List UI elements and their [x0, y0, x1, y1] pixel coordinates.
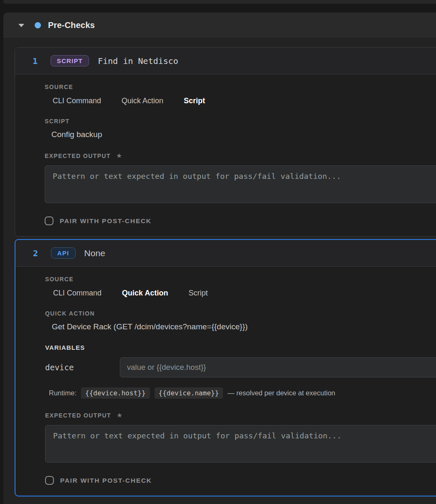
source-option-script[interactable]: Script — [188, 289, 208, 298]
source-label: SOURCE — [45, 276, 436, 283]
source-option-script[interactable]: Script — [184, 97, 205, 105]
check-number: 2 — [33, 248, 40, 258]
check-1-header[interactable]: 1 SCRIPT Find in Netdisco — [15, 48, 436, 74]
expected-output-row: EXPECTED OUTPUT ★ — [45, 152, 436, 160]
source-option-quick-action[interactable]: Quick Action — [122, 97, 163, 105]
runtime-hint-row: Runtime: {{device.host}} {{device.name}}… — [49, 387, 436, 399]
pair-post-check-label: PAIR WITH POST-CHECK — [60, 217, 152, 225]
check-item-1: 1 SCRIPT Find in Netdisco SOURCE CLI Com… — [15, 47, 436, 237]
pre-checks-list: 1 SCRIPT Find in Netdisco SOURCE CLI Com… — [3, 38, 436, 504]
required-star-icon: ★ — [117, 411, 122, 419]
source-option-cli-command[interactable]: CLI Command — [53, 289, 101, 298]
expected-output-textarea[interactable] — [45, 425, 436, 463]
runtime-chip-device-name: {{device.name}} — [155, 387, 223, 399]
pair-post-check-checkbox[interactable] — [45, 476, 54, 485]
check-title: None — [84, 248, 105, 258]
collapse-caret-icon[interactable] — [18, 24, 24, 27]
quick-action-label: QUICK ACTION — [45, 310, 436, 317]
pair-post-check-label: PAIR WITH POST-CHECK — [60, 477, 152, 484]
quick-action-select-value[interactable]: Get Device Rack (GET /dcim/devices?name=… — [52, 322, 436, 331]
pre-checks-header[interactable]: Pre-Checks — [3, 13, 436, 38]
previous-card-edge — [3, 0, 436, 4]
runtime-suffix: — resolved per device at execution — [228, 389, 335, 397]
variable-name: device — [45, 363, 120, 372]
variable-value-input[interactable] — [120, 357, 436, 377]
check-number: 1 — [33, 56, 39, 66]
required-star-icon: ★ — [116, 152, 122, 160]
source-options: CLI Command Quick Action Script — [53, 97, 436, 105]
source-option-cli-command[interactable]: CLI Command — [53, 97, 101, 105]
panel-title: Pre-Checks — [48, 20, 95, 30]
runtime-chip-device-host: {{device.host}} — [81, 387, 150, 399]
variable-row: device — [45, 357, 436, 377]
check-type-badge: API — [51, 247, 76, 259]
runtime-prefix: Runtime: — [49, 389, 76, 397]
check-2-body: SOURCE CLI Command Quick Action Script Q… — [15, 267, 436, 496]
expected-output-row: EXPECTED OUTPUT ★ — [45, 411, 436, 419]
check-title: Find in Netdisco — [98, 56, 178, 66]
section-bullet-icon — [35, 22, 41, 28]
pair-post-check-row: PAIR WITH POST-CHECK — [45, 216, 436, 225]
expected-output-label: EXPECTED OUTPUT — [45, 412, 111, 419]
script-select-value[interactable]: Config backup — [51, 130, 436, 139]
check-1-body: SOURCE CLI Command Quick Action Script S… — [15, 74, 436, 236]
check-item-2: 2 API None SOURCE CLI Command Quick Acti… — [15, 239, 436, 496]
expected-output-label: EXPECTED OUTPUT — [45, 153, 111, 159]
pair-post-check-row: PAIR WITH POST-CHECK — [45, 476, 436, 485]
variables-label: VARIABLES — [45, 344, 436, 351]
expected-output-textarea[interactable] — [45, 165, 436, 203]
source-options: CLI Command Quick Action Script — [53, 289, 436, 298]
pre-checks-panel: Pre-Checks 1 SCRIPT Find in Netdisco SOU… — [3, 13, 436, 504]
script-label: SCRIPT — [45, 118, 436, 125]
source-label: SOURCE — [45, 84, 436, 90]
check-2-header[interactable]: 2 API None — [15, 240, 436, 267]
pair-post-check-checkbox[interactable] — [45, 216, 53, 225]
source-option-quick-action[interactable]: Quick Action — [122, 289, 168, 298]
check-type-badge: SCRIPT — [51, 55, 89, 66]
